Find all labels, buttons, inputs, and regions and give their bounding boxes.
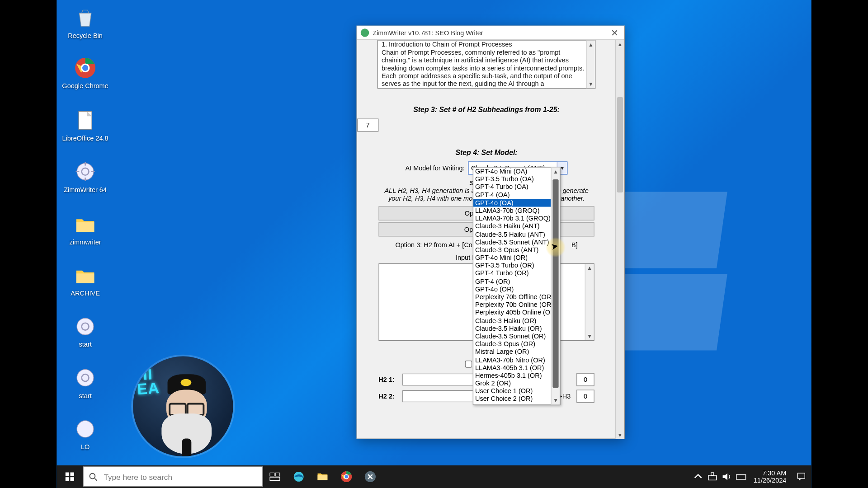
taskbar-clock[interactable]: 7:30 AM 11/26/2024 [754, 469, 787, 484]
taskbar-file-explorer[interactable] [311, 465, 335, 488]
intro-scrollbar[interactable]: ▲ ▼ [586, 41, 595, 88]
tray-keyboard-icon[interactable] [736, 471, 746, 482]
chrome-icon [73, 56, 97, 80]
desktop-icon-label: LibreOffice 24.8 [61, 135, 109, 142]
ai-model-dropdown-list[interactable]: GPT-4o Mini (OA)GPT-3.5 Turbo (OA)GPT-4 … [473, 167, 561, 405]
intro-textbox[interactable]: 1. Introduction to Chain of Prompt Proce… [377, 40, 596, 89]
model-option[interactable]: LLAMA3-70b Nitro (OR) [473, 356, 552, 364]
task-view-button[interactable] [263, 465, 287, 488]
model-option[interactable]: GPT-4 (OR) [473, 277, 552, 285]
model-option[interactable]: GPT-4o (OA) [473, 199, 552, 206]
h2-2-label: H2 2: [378, 393, 399, 400]
desktop-icon-label: LO [61, 443, 109, 450]
scroll-up-icon[interactable]: ▲ [585, 264, 594, 272]
scroll-down-icon[interactable]: ▼ [616, 431, 624, 439]
tray-network-icon[interactable] [707, 471, 718, 482]
svg-line-22 [94, 478, 97, 480]
clock-date: 11/26/2024 [754, 477, 787, 484]
tray-chevron-up-icon[interactable] [693, 471, 703, 482]
model-option[interactable]: Claude-3 Haiku (OR) [473, 317, 552, 324]
libreoffice-icon [73, 108, 97, 132]
svg-rect-20 [70, 477, 74, 481]
model-option[interactable]: GPT-4o (OR) [473, 285, 552, 293]
intro-heading: 1. Introduction to Chain of Prompt Proce… [378, 41, 595, 48]
tray-volume-icon[interactable] [722, 471, 732, 482]
model-option[interactable]: Perplexity 70b Offline (OR) [473, 293, 552, 301]
model-option[interactable]: Claude-3.5 Haiku (OR) [473, 324, 552, 332]
h2-count-input[interactable] [357, 118, 378, 131]
desktop-icon-libreoffice[interactable]: LibreOffice 24.8 [61, 108, 109, 142]
clock-time: 7:30 AM [762, 469, 786, 477]
scrollbar-thumb[interactable] [617, 97, 623, 192]
model-option[interactable]: Grok 2 (OR) [473, 380, 552, 387]
model-option[interactable]: GPT-4 Turbo (OA) [473, 183, 552, 191]
windows-desktop[interactable]: Recycle BinGoogle ChromeLibreOffice 24.8… [57, 0, 811, 488]
model-option[interactable]: Claude-3 Haiku (ANT) [473, 222, 552, 230]
zimmwriter-folder-icon [73, 212, 97, 236]
model-option[interactable]: Claude-3.5 Haiku (ANT) [473, 230, 552, 238]
windows-taskbar: 7:30 AM 11/26/2024 [57, 465, 811, 488]
taskbar-search[interactable] [83, 467, 263, 487]
model-option[interactable]: User Choice 2 (OR) [473, 395, 552, 403]
model-option[interactable]: GPT-3.5 Turbo (OA) [473, 175, 552, 183]
desktop-icon-start-shortcut-2[interactable]: start [61, 366, 109, 399]
model-option[interactable]: GPT-4 Turbo (OR) [473, 270, 552, 277]
desktop-icon-zimmwriter64[interactable]: ZimmWriter 64 [61, 160, 109, 193]
scroll-down-icon[interactable]: ▼ [552, 396, 560, 404]
model-option[interactable]: Perplexity 405b Online (OR [473, 309, 552, 317]
taskbar-zimmwriter[interactable] [359, 465, 382, 488]
action-center-button[interactable] [791, 465, 811, 488]
system-tray[interactable] [690, 471, 749, 482]
desktop-icon-label: Google Chrome [61, 82, 109, 89]
svg-point-16 [77, 421, 94, 437]
window-scrollbar[interactable]: ▲ ▼ [615, 40, 624, 439]
model-option[interactable]: Hermes-405b 3.1 (OR) [473, 372, 552, 380]
scroll-up-icon[interactable]: ▲ [552, 168, 560, 176]
model-option[interactable]: GPT-4o Mini (OA) [473, 168, 552, 175]
scroll-down-icon[interactable]: ▼ [587, 80, 595, 88]
scroll-down-icon[interactable]: ▼ [585, 332, 594, 340]
model-option[interactable]: GPT-4 (OA) [473, 191, 552, 199]
desktop-icon-label: ZimmWriter 64 [61, 186, 109, 193]
model-option[interactable]: Claude-3 Opus (OR) [473, 340, 552, 348]
intro-body: Chain of Prompt Processes, commonly refe… [378, 47, 595, 89]
desktop-icon-recycle-bin[interactable]: Recycle Bin [61, 6, 109, 39]
enable-checkbox-2[interactable] [465, 361, 472, 368]
scroll-up-icon[interactable]: ▲ [587, 41, 595, 49]
svg-rect-35 [797, 473, 805, 479]
scrollbar-thumb[interactable] [552, 179, 558, 388]
desktop-icon-archive-folder[interactable]: ARCHIVE [61, 263, 109, 297]
textarea-scrollbar[interactable]: ▲ ▼ [585, 264, 594, 340]
taskbar-edge[interactable] [287, 465, 311, 488]
svg-point-2 [82, 65, 88, 71]
option3-right: B] [571, 241, 578, 249]
desktop-icon-chrome[interactable]: Google Chrome [61, 56, 109, 89]
model-option[interactable]: Claude-3.5 Sonnet (ANT) [473, 238, 552, 246]
start-button[interactable] [57, 465, 83, 488]
model-field-label: AI Model for Writing: [405, 164, 464, 172]
h2-1-h3count[interactable] [576, 373, 594, 386]
model-option[interactable]: Claude-3.5 Sonnet (OR) [473, 333, 552, 340]
svg-rect-34 [736, 475, 746, 479]
desktop-icon-start-shortcut[interactable]: start [61, 314, 109, 348]
step3-heading: Step 3: Set # of H2 Subheadings from 1-2… [357, 105, 616, 113]
scroll-up-icon[interactable]: ▲ [616, 40, 624, 48]
model-option[interactable]: Claude-3 Opus (ANT) [473, 246, 552, 253]
h2-2-h3count[interactable] [576, 389, 594, 403]
model-option[interactable]: User Choice 1 (OR) [473, 387, 552, 395]
close-button[interactable] [605, 26, 624, 39]
model-option[interactable]: LLAMA3-405b 3.1 (OR) [473, 364, 552, 371]
taskbar-search-input[interactable] [103, 468, 262, 486]
desktop-icon-lo-shortcut[interactable]: LO [61, 417, 109, 450]
window-titlebar[interactable]: ZimmWriter v10.781: SEO Blog Writer [357, 26, 624, 40]
window-title: ZimmWriter v10.781: SEO Blog Writer [373, 29, 605, 37]
desktop-icon-zimmwriter-folder[interactable]: zimmwriter [61, 212, 109, 245]
model-option[interactable]: GPT-3.5 Turbo (OR) [473, 262, 552, 269]
taskbar-chrome[interactable] [335, 465, 359, 488]
dropdown-scrollbar[interactable]: ▲ ▼ [551, 168, 560, 405]
model-option[interactable]: LLAMA3-70b 3.1 (GROQ) [473, 215, 552, 222]
model-option[interactable]: LLAMA3-70b (GROQ) [473, 207, 552, 215]
model-option[interactable]: Mistral Large (OR) [473, 348, 552, 356]
model-option[interactable]: GPT-4o Mini (OR) [473, 254, 552, 262]
model-option[interactable]: Perplexity 70b Online (OR) [473, 301, 552, 309]
